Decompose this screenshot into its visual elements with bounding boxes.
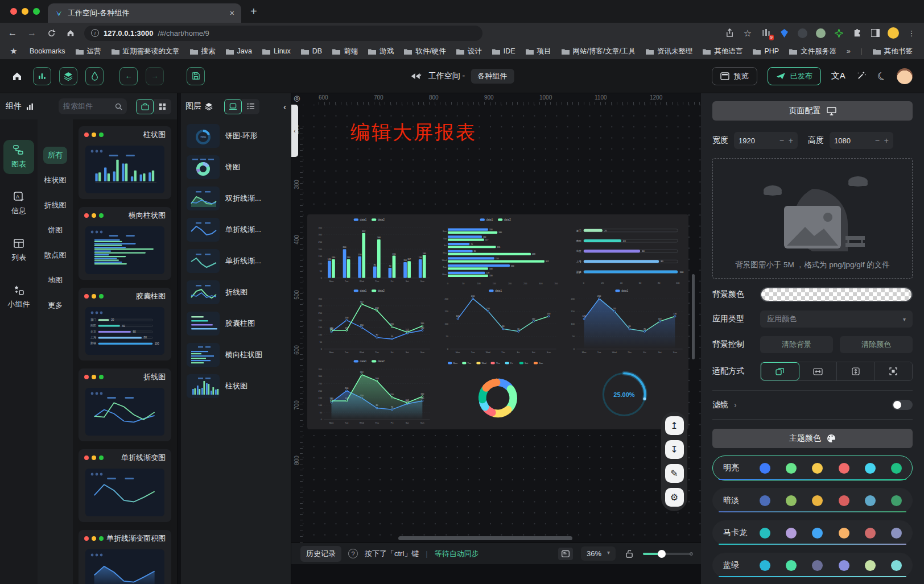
clear-background-button[interactable]: 清除背景 [760,336,833,353]
reload-icon[interactable] [46,27,57,39]
bookmark-item[interactable]: 其他语言 [703,47,742,56]
bookmarks-overflow[interactable]: » [847,47,851,55]
layer-item[interactable]: 70%饼图-环形 [187,124,285,148]
layer-item[interactable]: 饼图 [187,155,285,179]
tab-close-icon[interactable]: × [230,9,234,18]
close-window-button[interactable] [10,8,17,15]
preview-button[interactable]: 预览 [712,67,757,85]
new-tab-button[interactable]: + [250,5,257,18]
layers-tool-button[interactable] [59,67,77,85]
fit-height-button[interactable] [837,362,875,380]
width-stepper[interactable]: 1920 −+ [734,132,798,149]
ruler-eye-icon[interactable]: ◎ [294,94,300,102]
bookmark-item[interactable]: Java [226,47,252,55]
layer-list-toggle[interactable] [242,99,259,114]
sidebar-item-2[interactable]: 列表 [3,233,34,267]
share-icon[interactable] [724,27,735,39]
panel-resize-handle[interactable]: ‹ [291,105,298,157]
canvas-chart-bar[interactable]: data1data2050100150200250300350MonTueWed… [308,216,435,287]
pin-extension-icon[interactable] [778,27,790,39]
bookmark-item[interactable]: PHP [753,47,779,55]
fit-width-button[interactable] [799,362,838,380]
profile-avatar[interactable] [888,27,899,39]
redo-button[interactable]: → [146,67,164,85]
canvas-chart-donut[interactable]: MonTueWedThuFriSatSun [435,357,561,428]
menu-dots-icon[interactable]: ⋮ [906,27,917,39]
save-button[interactable] [187,67,205,85]
bookmark-item[interactable]: 近期需要读的文章 [112,47,180,56]
zoom-select[interactable]: 36%▾ [581,546,616,561]
bookmark-item[interactable]: 资讯未整理 [646,47,693,56]
layer-item[interactable]: 双折线渐... [187,187,285,210]
bookmark-item[interactable]: 前端 [332,47,358,56]
bookmarks-label[interactable]: Bookmarks [30,47,65,55]
category-item-5[interactable]: 地图 [43,272,67,289]
vertical-scrollbar[interactable] [692,274,695,359]
horizontal-scrollbar[interactable] [398,536,572,540]
settings-gear-button[interactable]: ⚙ [665,488,684,507]
filter-expand-icon[interactable]: › [734,400,737,409]
theme-row-2[interactable]: 马卡龙 [712,520,913,545]
layer-item[interactable]: 柱状图 [187,374,285,398]
view-kit-toggle[interactable] [136,99,154,114]
category-item-0[interactable]: 所有 [43,147,67,164]
sidebar-toggle-icon[interactable] [869,27,881,39]
theme-color-header[interactable]: 主题颜色 [712,429,913,448]
address-bar[interactable]: i 127.0.0.1:3000/#/chart/home/9 [84,26,482,41]
site-info-icon[interactable]: i [91,29,99,37]
collapse-layers-icon[interactable]: ‹ [283,102,286,111]
bookmark-star-icon[interactable]: ☆ [742,27,753,39]
traffic-lights[interactable] [0,8,48,15]
undo-button[interactable]: ← [119,67,138,85]
extensions-puzzle-icon[interactable] [851,27,863,39]
bookmark-item[interactable]: 搜索 [190,47,216,56]
magic-wand-icon[interactable] [856,71,867,82]
bookmark-item[interactable]: 项目 [526,47,551,56]
height-stepper[interactable]: 1080 −+ [830,132,893,149]
layer-item[interactable]: 折线图 [187,280,285,304]
component-card[interactable]: 单折线渐变面积图 [79,530,171,584]
bg-color-swatch[interactable] [760,287,913,302]
width-minus[interactable]: − [779,136,784,145]
category-item-2[interactable]: 折线图 [40,197,71,214]
notes-button[interactable] [558,548,573,560]
bookmark-item[interactable]: IDE [492,47,515,55]
background-upload-dropzone[interactable]: 背景图需小于 5M ，格式为 png/jpg/gif 的文件 [712,158,913,279]
canvas-chart-capsule[interactable]: 020406080100厦门20南阳40北京60上海80新疆100 [561,216,687,287]
dark-mode-icon[interactable]: ☾ [876,68,889,83]
import-button[interactable]: ↧ [665,440,684,459]
canvas-chart-line-gradient[interactable]: data1050100150200MonTueWedThuFriSatSun12… [435,287,561,358]
extension-columns-icon[interactable]: 9 [760,27,772,39]
theme-row-0[interactable]: 明亮 [712,455,913,481]
extension-dark-icon[interactable] [797,27,808,39]
sidebar-item-3[interactable]: 小组件 [3,280,34,314]
bookmark-item[interactable]: DB [301,47,322,55]
maximize-window-button[interactable] [33,8,40,15]
charts-tool-button[interactable] [33,67,51,85]
canvas-area[interactable]: 6007008009001000110012001300 20030040050… [291,93,701,542]
height-minus[interactable]: − [875,136,880,145]
bookmark-item[interactable]: 文件服务器 [789,47,836,56]
zoom-slider[interactable] [643,553,692,555]
component-card[interactable]: 折线图 [79,368,171,441]
workspace-name-badge[interactable]: 各种组件 [471,69,514,84]
bookmark-item[interactable]: 网站/博客/文章/工具 [562,47,636,56]
canvas-chart-hbar[interactable]: data1data2050100150200250300350Sun130160… [435,216,561,287]
bookmark-item[interactable]: 设计 [456,47,482,56]
extension-green-dot-icon[interactable] [815,27,826,39]
dashboard-panel[interactable]: data1data2050100150200250300350MonTueWed… [307,214,688,429]
app-home-icon[interactable] [11,71,23,82]
search-input[interactable]: 搜索组件 [59,98,127,114]
help-icon[interactable]: ? [348,549,358,558]
bookmark-item[interactable]: 游戏 [368,47,394,56]
app-type-select[interactable]: 应用颜色▾ [760,310,913,328]
bookmark-item[interactable]: 运营 [76,47,101,56]
layer-item[interactable]: 单折线渐... [187,249,285,273]
sidebar-item-1[interactable]: A信息 [3,187,34,221]
layer-item[interactable]: 单折线渐... [187,218,285,242]
translate-icon[interactable]: 文A [831,71,845,81]
height-plus[interactable]: + [884,136,889,145]
fit-full-button[interactable] [875,362,913,380]
canvas-chart-area-double[interactable]: data1data2050100150200250300350MonTueWed… [308,357,435,428]
details-tool-button[interactable] [85,67,104,85]
